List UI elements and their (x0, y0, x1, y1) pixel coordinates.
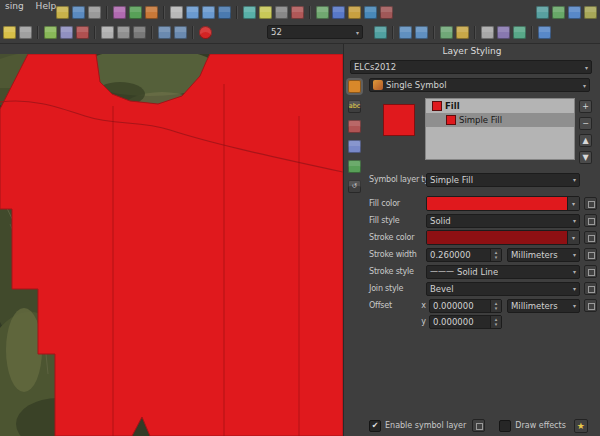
measure-line-icon[interactable] (316, 6, 329, 19)
vertex-tool-icon[interactable] (60, 26, 73, 39)
stroke-style-combo[interactable]: ——— Solid Line ▾ (426, 265, 580, 279)
fill-color-override-button[interactable] (584, 197, 597, 210)
open-project-icon[interactable] (56, 6, 69, 19)
help-contents-icon[interactable] (538, 26, 551, 39)
select-features-icon[interactable] (259, 6, 272, 19)
copy-features-icon[interactable] (117, 26, 130, 39)
identify-features-icon[interactable] (243, 6, 256, 19)
offset-y-spinbox[interactable]: 0.000000 ▴▾ (429, 315, 502, 329)
symbol-preview[interactable] (383, 104, 415, 136)
toolbar-group-right (536, 6, 597, 19)
toolbar-combo-value: 52 (271, 27, 282, 37)
layer-selector-combo[interactable]: ELCs2012 ▾ (350, 60, 592, 74)
stroke-color-override-button[interactable] (584, 231, 597, 244)
view-3d-tab-icon[interactable] (348, 140, 361, 153)
python-console-icon[interactable] (364, 6, 377, 19)
symbol-layer-type-combo[interactable]: Simple Fill ▾ (426, 173, 580, 187)
plugin-manager-icon[interactable] (584, 6, 597, 19)
symbol-tree-root-row[interactable]: Fill (426, 99, 574, 113)
stroke-width-override-button[interactable] (584, 248, 597, 261)
move-symbol-layer-up-button[interactable]: ▲ (579, 134, 592, 147)
add-feature-icon[interactable] (44, 26, 57, 39)
cut-features-icon[interactable] (101, 26, 114, 39)
raster-calculator-icon[interactable] (513, 26, 526, 39)
style-manager-icon[interactable] (113, 6, 126, 19)
fill-style-override-button[interactable] (584, 214, 597, 227)
map-canvas[interactable] (0, 54, 343, 436)
symbol-layer-type-row: Symbol layer type Simple Fill ▾ (369, 172, 597, 187)
map-bookmarks-icon[interactable] (332, 6, 345, 19)
history-tab-icon[interactable]: ↺ (348, 180, 361, 193)
undo-icon[interactable] (158, 26, 171, 39)
diagrams-tab-icon[interactable] (348, 160, 361, 173)
paste-features-icon[interactable] (133, 26, 146, 39)
processing-toolbox-icon[interactable] (380, 6, 393, 19)
menu-item[interactable]: sing (5, 1, 24, 11)
draw-effects-checkbox[interactable] (499, 420, 511, 432)
zoom-out-icon[interactable] (202, 6, 215, 19)
zoom-in-icon[interactable] (186, 6, 199, 19)
open-attribute-table-icon[interactable] (275, 6, 288, 19)
select-by-expression-icon[interactable] (374, 26, 387, 39)
new-3d-map-icon[interactable] (440, 26, 453, 39)
zoom-to-layer-icon[interactable] (415, 26, 428, 39)
zoom-full-icon[interactable] (218, 6, 231, 19)
join-style-combo[interactable]: Bevel ▾ (426, 282, 580, 296)
spin-arrows-icon[interactable]: ▴▾ (490, 316, 501, 328)
temporal-controller-icon[interactable] (456, 26, 469, 39)
search-icon[interactable] (536, 6, 549, 19)
data-source-manager-icon[interactable] (145, 6, 158, 19)
fill-color-button[interactable]: ▾ (426, 196, 580, 211)
enable-symbol-layer-checkbox[interactable]: ✔ (369, 420, 381, 432)
metasearch-icon[interactable] (568, 6, 581, 19)
menu-item-help[interactable]: Help (36, 1, 57, 11)
stroke-color-button[interactable]: ▾ (426, 230, 580, 245)
pan-map-icon[interactable] (170, 6, 183, 19)
stroke-color-swatch (427, 231, 567, 244)
stream-digitizing-icon[interactable] (199, 26, 212, 39)
offset-label: Offset (369, 301, 419, 310)
fill-style-combo[interactable]: Solid ▾ (426, 214, 580, 228)
move-symbol-layer-down-button[interactable]: ▼ (579, 151, 592, 164)
grass-tools-icon[interactable] (552, 6, 565, 19)
manage-layers-icon[interactable] (129, 6, 142, 19)
spin-arrows-icon[interactable]: ▴▾ (490, 300, 501, 312)
offset-y-label: y (419, 317, 426, 326)
redo-icon[interactable] (174, 26, 187, 39)
toolbar-separator (163, 6, 165, 19)
toggle-editing-icon[interactable] (3, 26, 16, 39)
remove-symbol-layer-button[interactable]: − (579, 117, 592, 130)
field-calculator-icon[interactable] (291, 6, 304, 19)
symbology-tab-icon[interactable] (348, 80, 361, 93)
new-print-layout-icon[interactable] (88, 6, 101, 19)
chevron-down-icon[interactable]: ▾ (567, 197, 579, 210)
customize-effects-button[interactable]: ★ (574, 419, 588, 433)
mask-tab-icon[interactable] (348, 120, 361, 133)
offset-x-spinbox[interactable]: 0.000000 ▴▾ (429, 299, 502, 313)
join-style-override-button[interactable] (584, 282, 597, 295)
new-annotation-icon[interactable] (348, 6, 361, 19)
map-render (0, 54, 343, 436)
simple-fill-swatch (446, 115, 456, 125)
add-symbol-layer-button[interactable]: + (579, 100, 592, 113)
offset-unit-combo[interactable]: Millimeters ▾ (507, 299, 580, 313)
zoom-to-selection-icon[interactable] (399, 26, 412, 39)
layout-manager-icon[interactable] (481, 26, 494, 39)
enable-symbol-data-defined-button[interactable] (472, 419, 485, 432)
stroke-width-unit-combo[interactable]: Millimeters ▾ (507, 248, 580, 262)
toolbar-separator (531, 26, 533, 39)
offset-override-button[interactable] (584, 299, 597, 312)
save-project-icon[interactable] (72, 6, 85, 19)
chevron-down-icon[interactable]: ▾ (567, 231, 579, 244)
renderer-combo[interactable]: Single Symbol ▾ (369, 78, 590, 92)
labels-tab-icon[interactable]: abc (348, 100, 361, 113)
toolbar-value-combo[interactable]: 52 ▾ (267, 25, 363, 39)
stroke-style-override-button[interactable] (584, 265, 597, 278)
stroke-width-spinbox[interactable]: 0.260000 ▴▾ (426, 248, 502, 262)
spin-arrows-icon[interactable]: ▴▾ (490, 249, 501, 261)
symbol-tree-child-row[interactable]: Simple Fill (426, 113, 574, 127)
single-symbol-icon (373, 80, 383, 90)
delete-selected-icon[interactable] (76, 26, 89, 39)
statistics-icon[interactable] (497, 26, 510, 39)
save-layer-edits-icon[interactable] (19, 26, 32, 39)
